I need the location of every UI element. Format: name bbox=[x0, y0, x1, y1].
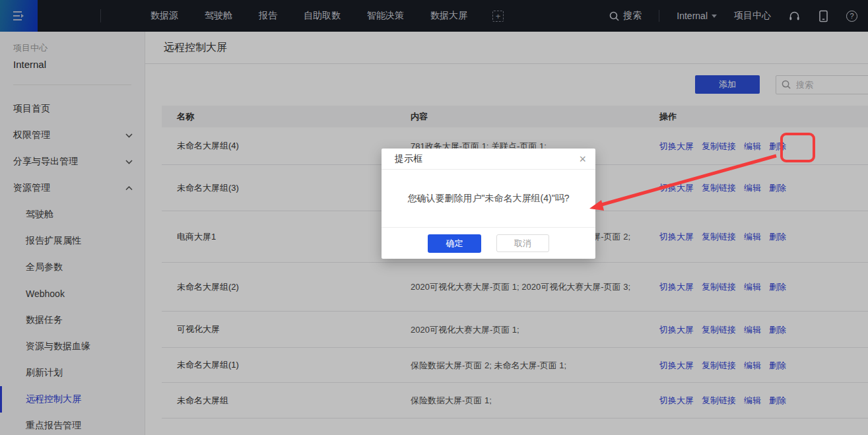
close-icon[interactable]: × bbox=[579, 153, 586, 165]
confirm-button[interactable]: 确定 bbox=[428, 234, 481, 253]
confirm-dialog: 提示框 × 您确认要删除用户"未命名大屏组(4)"吗? 确定 取消 bbox=[382, 149, 595, 259]
dialog-title: 提示框 bbox=[395, 153, 422, 165]
dialog-message: 您确认要删除用户"未命名大屏组(4)"吗? bbox=[408, 193, 570, 205]
cancel-button[interactable]: 取消 bbox=[496, 234, 549, 252]
